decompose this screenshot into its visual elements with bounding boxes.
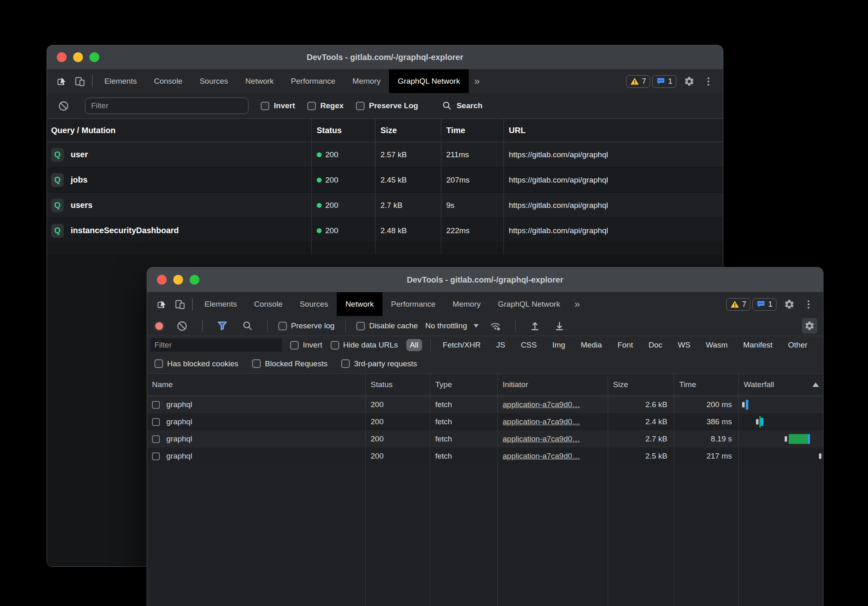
type-filter-media[interactable]: Media (577, 339, 606, 351)
initiator-link[interactable]: application-a7ca9d0… (503, 452, 580, 461)
minimize-button[interactable] (73, 52, 83, 62)
zoom-button[interactable] (190, 275, 199, 285)
filter-input[interactable] (150, 339, 282, 352)
tab-elements[interactable]: Elements (196, 292, 246, 316)
kebab-menu-icon[interactable] (800, 299, 817, 310)
tab-elements[interactable]: Elements (96, 69, 145, 93)
column-header-status[interactable]: Status (312, 119, 376, 142)
record-button[interactable] (155, 322, 163, 330)
tab-graphql-network[interactable]: GraphQL Network (489, 292, 568, 316)
inspect-element-icon[interactable] (154, 299, 171, 310)
tab-performance[interactable]: Performance (282, 69, 344, 93)
table-row[interactable]: graphql 200 fetch application-a7ca9d0… 2… (147, 396, 823, 413)
tab-console[interactable]: Console (145, 69, 191, 93)
column-header-status[interactable]: Status (366, 374, 430, 396)
settings-gear-icon[interactable] (680, 76, 698, 87)
invert-checkbox[interactable]: Invert (290, 341, 322, 350)
row-checkbox[interactable] (152, 435, 160, 443)
type-filter-other[interactable]: Other (784, 339, 811, 351)
table-row[interactable]: graphql 200 fetch application-a7ca9d0… 2… (147, 430, 823, 448)
type-filter-all[interactable]: All (406, 339, 422, 351)
issues-badge[interactable]: 1 (752, 298, 776, 311)
row-checkbox[interactable] (152, 452, 160, 460)
search-icon[interactable] (239, 320, 257, 332)
titlebar[interactable]: DevTools - gitlab.com/-/graphql-explorer (47, 45, 723, 69)
hide-data-urls-checkbox[interactable]: Hide data URLs (331, 341, 398, 350)
column-header-initiator[interactable]: Initiator (498, 374, 608, 396)
column-header-size[interactable]: Size (376, 119, 441, 142)
kebab-menu-icon[interactable] (700, 76, 717, 87)
column-header-size[interactable]: Size (608, 374, 674, 396)
more-tabs-chevron-icon[interactable]: » (569, 292, 586, 316)
checkbox-icon[interactable] (341, 359, 350, 368)
tab-sources[interactable]: Sources (291, 292, 337, 316)
checkbox-icon[interactable] (154, 359, 163, 368)
type-filter-font[interactable]: Font (614, 339, 637, 351)
device-toolbar-icon[interactable] (171, 299, 189, 310)
table-row[interactable]: graphql 200 fetch application-a7ca9d0… 2… (147, 413, 823, 430)
export-har-icon[interactable] (551, 320, 568, 332)
third-party-requests-checkbox[interactable]: 3rd-party requests (341, 359, 417, 368)
minimize-button[interactable] (173, 275, 183, 285)
checkbox-icon[interactable] (290, 341, 299, 350)
table-row[interactable]: graphql 200 fetch application-a7ca9d0… 2… (147, 448, 823, 465)
invert-checkbox[interactable]: Invert (261, 101, 295, 110)
type-filter-fetch-xhr[interactable]: Fetch/XHR (439, 339, 484, 351)
type-filter-wasm[interactable]: Wasm (702, 339, 731, 351)
initiator-link[interactable]: application-a7ca9d0… (503, 417, 580, 426)
column-header-name[interactable]: Name (147, 374, 366, 396)
filter-funnel-icon[interactable] (213, 320, 231, 332)
filter-input[interactable] (85, 98, 248, 114)
preserve-log-checkbox[interactable]: Preserve log (278, 321, 335, 330)
type-filter-doc[interactable]: Doc (645, 339, 666, 351)
clear-icon[interactable] (54, 100, 73, 112)
table-row[interactable]: Qjobs 200 2.45 kB 207ms https://gitlab.c… (47, 167, 723, 193)
settings-gear-icon[interactable] (781, 299, 798, 310)
regex-checkbox[interactable]: Regex (307, 101, 344, 110)
column-header-time[interactable]: Time (674, 374, 739, 396)
type-filter-img[interactable]: Img (548, 339, 569, 351)
zoom-button[interactable] (89, 52, 99, 62)
tab-network[interactable]: Network (337, 292, 383, 316)
search-button[interactable]: Search (442, 100, 482, 111)
inspect-element-icon[interactable] (54, 76, 71, 87)
checkbox-icon[interactable] (356, 102, 365, 110)
tab-performance[interactable]: Performance (383, 292, 444, 316)
initiator-link[interactable]: application-a7ca9d0… (503, 434, 580, 443)
checkbox-icon[interactable] (307, 102, 316, 110)
initiator-link[interactable]: application-a7ca9d0… (503, 400, 580, 409)
type-filter-manifest[interactable]: Manifest (739, 339, 776, 351)
tab-graphql-network[interactable]: GraphQL Network (389, 69, 468, 93)
tab-memory[interactable]: Memory (344, 69, 389, 93)
has-blocked-cookies-checkbox[interactable]: Has blocked cookies (154, 359, 238, 368)
warnings-badge[interactable]: 7 (626, 75, 650, 88)
column-header-query-mutation[interactable]: Query / Mutation (47, 119, 312, 142)
issues-badge[interactable]: 1 (652, 75, 676, 88)
type-filter-js[interactable]: JS (492, 339, 509, 351)
table-row[interactable]: Qusers 200 2.7 kB 9s https://gitlab.com/… (47, 193, 723, 218)
table-row[interactable]: Quser 200 2.57 kB 211ms https://gitlab.c… (47, 142, 723, 167)
row-checkbox[interactable] (152, 418, 160, 426)
tab-memory[interactable]: Memory (444, 292, 490, 316)
type-filter-ws[interactable]: WS (674, 339, 694, 351)
more-tabs-chevron-icon[interactable]: » (469, 69, 485, 93)
device-toolbar-icon[interactable] (71, 76, 89, 87)
column-header-waterfall[interactable]: Waterfall (739, 374, 823, 396)
clear-icon[interactable] (173, 320, 191, 332)
tab-sources[interactable]: Sources (191, 69, 237, 93)
table-row[interactable]: QinstanceSecurityDashboard 200 2.48 kB 2… (47, 218, 723, 243)
row-checkbox[interactable] (152, 401, 160, 409)
throttling-select[interactable]: No throttling (425, 321, 479, 330)
network-settings-button[interactable] (802, 318, 817, 334)
checkbox-icon[interactable] (331, 341, 339, 350)
tab-console[interactable]: Console (246, 292, 291, 316)
column-header-time[interactable]: Time (441, 119, 504, 142)
type-filter-css[interactable]: CSS (517, 339, 540, 351)
import-har-icon[interactable] (526, 320, 544, 332)
checkbox-icon[interactable] (356, 322, 365, 330)
titlebar[interactable]: DevTools - gitlab.com/-/graphql-explorer (147, 267, 823, 292)
column-header-type[interactable]: Type (430, 374, 498, 396)
tab-network[interactable]: Network (237, 69, 282, 93)
preserve-log-checkbox[interactable]: Preserve Log (356, 101, 418, 110)
disable-cache-checkbox[interactable]: Disable cache (356, 321, 418, 330)
